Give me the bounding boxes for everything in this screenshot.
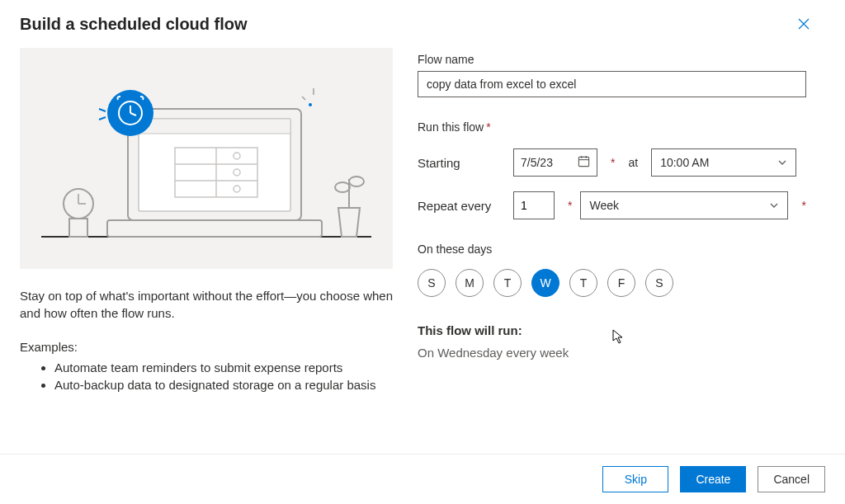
examples-list: Automate team reminders to submit expens… xyxy=(20,359,393,393)
svg-line-16 xyxy=(99,109,106,111)
svg-rect-4 xyxy=(107,220,322,237)
repeat-period-select[interactable]: Week xyxy=(580,191,788,219)
svg-point-23 xyxy=(335,182,350,192)
flow-name-label: Flow name xyxy=(418,53,806,66)
repeat-every-input[interactable] xyxy=(513,191,555,219)
svg-point-24 xyxy=(349,177,364,186)
day-toggle-thursday[interactable]: T xyxy=(569,269,597,297)
chevron-down-icon xyxy=(777,158,787,167)
day-toggle-tuesday[interactable]: T xyxy=(493,269,522,297)
repeat-period-value: Week xyxy=(589,199,619,212)
at-label: at xyxy=(628,156,638,169)
this-flow-will-run-text: On Wednesday every week xyxy=(418,346,806,360)
svg-rect-3 xyxy=(139,119,290,134)
run-this-flow-label: Run this flow* xyxy=(418,120,806,134)
starting-date-value: 7/5/23 xyxy=(521,156,553,169)
starting-date-input[interactable]: 7/5/23 xyxy=(513,148,597,177)
skip-button[interactable]: Skip xyxy=(602,466,668,492)
create-button[interactable]: Create xyxy=(680,466,746,492)
svg-point-25 xyxy=(309,103,312,106)
svg-line-26 xyxy=(302,97,305,100)
on-these-days-label: On these days xyxy=(418,243,806,256)
close-button[interactable] xyxy=(794,15,814,35)
starting-label: Starting xyxy=(418,156,500,170)
starting-time-select[interactable]: 10:00 AM xyxy=(651,148,796,177)
day-toggle-friday[interactable]: F xyxy=(607,269,635,297)
repeat-every-label: Repeat every xyxy=(418,199,500,213)
calendar-icon xyxy=(578,155,590,170)
day-toggle-wednesday[interactable]: W xyxy=(531,269,559,297)
list-item: Auto-backup data to designated storage o… xyxy=(54,376,393,393)
description-text: Stay on top of what's important without … xyxy=(20,287,393,322)
examples-label: Examples: xyxy=(20,340,393,354)
chevron-down-icon xyxy=(769,200,779,210)
close-icon xyxy=(797,17,810,33)
svg-rect-21 xyxy=(69,219,87,237)
day-toggle-sunday[interactable]: S xyxy=(418,269,446,297)
cancel-button[interactable]: Cancel xyxy=(758,466,825,492)
flow-name-input[interactable] xyxy=(418,71,806,97)
svg-rect-28 xyxy=(578,157,588,166)
list-item: Automate team reminders to submit expens… xyxy=(54,359,393,376)
illustration xyxy=(20,48,393,269)
day-toggle-saturday[interactable]: S xyxy=(645,269,673,297)
dialog-title: Build a scheduled cloud flow xyxy=(20,15,248,34)
day-toggle-monday[interactable]: M xyxy=(456,269,484,297)
svg-line-17 xyxy=(99,117,106,120)
starting-time-value: 10:00 AM xyxy=(660,156,709,169)
this-flow-will-run-label: This flow will run: xyxy=(418,323,806,337)
